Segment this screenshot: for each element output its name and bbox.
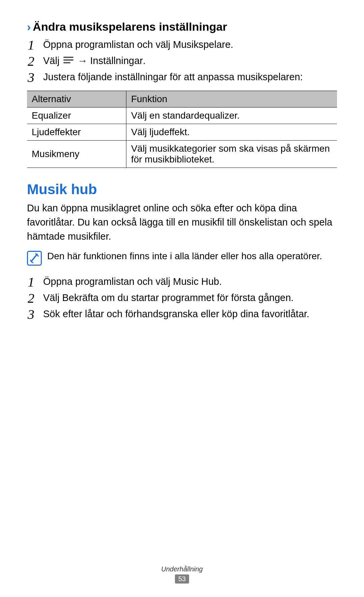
step-text: Sök efter låtar och förhandsgranska elle… (43, 308, 309, 319)
step-item: Sök efter låtar och förhandsgranska elle… (27, 307, 337, 321)
subheading: ›Ändra musikspelarens inställningar (27, 20, 337, 33)
footer-label: Underhållning (27, 565, 337, 573)
step-item: Öppna programlistan och välj Musikspelar… (27, 37, 337, 52)
note-text: Den här funktionen finns inte i alla län… (47, 249, 322, 263)
table-cell: Ljudeffekter (27, 124, 126, 141)
step-button-name: Bekräfta (62, 292, 98, 303)
table-row: Ljudeffekter Välj ljudeffekt. (27, 124, 337, 141)
table-row: Musikmeny Välj musikkategorier som ska v… (27, 141, 337, 168)
step-app-name: Music Hub (173, 276, 219, 287)
steps-list-1: Öppna programlistan och välj Musikspelar… (27, 37, 337, 84)
table-row: Equalizer Välj en standardequalizer. (27, 108, 337, 124)
step-text: Välj (43, 292, 62, 303)
table-cell: Musikmeny (27, 141, 126, 168)
page-footer: Underhållning 53 (27, 565, 337, 584)
step-app-name: Musikspelare (173, 39, 231, 50)
table-cell: Välj ljudeffekt. (126, 124, 337, 141)
menu-icon (63, 57, 73, 65)
note-row: Den här funktionen finns inte i alla län… (27, 249, 337, 266)
steps-list-2: Öppna programlistan och välj Music Hub. … (27, 274, 337, 321)
section-title: Musik hub (27, 181, 337, 198)
options-table: Alternativ Funktion Equalizer Välj en st… (27, 91, 337, 168)
chevron-icon: › (27, 20, 31, 33)
table-header-row: Alternativ Funktion (27, 91, 337, 108)
step-text: . (231, 39, 233, 50)
step-text: Öppna programlistan och välj (43, 39, 173, 50)
step-menu-item: Inställningar (90, 55, 143, 66)
table-cell: Välj en standardequalizer. (126, 108, 337, 124)
step-text: . (143, 55, 146, 66)
step-text: . (219, 276, 222, 287)
table-header-cell: Alternativ (27, 91, 126, 108)
page: ›Ändra musikspelarens inställningar Öppn… (0, 0, 364, 597)
step-text: Välj (43, 55, 62, 66)
table-cell: Välj musikkategorier som ska visas på sk… (126, 141, 337, 168)
step-text: Justera följande inställningar för att a… (43, 71, 303, 82)
table-cell: Equalizer (27, 108, 126, 124)
content-area: ›Ändra musikspelarens inställningar Öppn… (27, 20, 337, 565)
step-text: → (75, 55, 90, 66)
step-text: om du startar programmet för första gång… (98, 292, 294, 303)
subheading-text: Ändra musikspelarens inställningar (33, 20, 227, 33)
step-item: Öppna programlistan och välj Music Hub. (27, 274, 337, 289)
step-item: Justera följande inställningar för att a… (27, 70, 337, 84)
page-number-badge: 53 (175, 574, 189, 584)
step-item: Välj Bekräfta om du startar programmet f… (27, 291, 337, 305)
step-text: Öppna programlistan och välj (43, 276, 173, 287)
table-header-cell: Funktion (126, 91, 337, 108)
body-paragraph: Du kan öppna musiklagret online och söka… (27, 201, 337, 243)
note-icon (27, 251, 42, 266)
step-item: Välj → Inställningar. (27, 54, 337, 68)
